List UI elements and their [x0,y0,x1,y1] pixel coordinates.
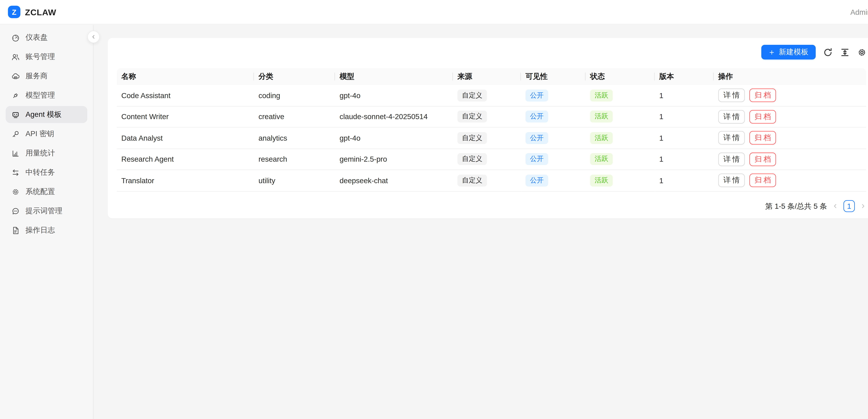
sidebar-item-label: 仪表盘 [26,32,48,42]
gear-icon [11,187,20,196]
status-tag: 活跃 [590,89,613,101]
cell-version: 1 [655,170,714,191]
visibility-tag: 公开 [526,153,548,165]
table-row: Code Assistant coding gpt-4o 自定义 公开 [117,85,866,106]
cell-source: 自定义 [453,170,521,191]
row-actions: 详情 归档 [718,131,862,145]
toolbar-icon-button[interactable] [857,48,867,57]
archive-button[interactable]: 归档 [749,131,776,145]
source-tag: 自定义 [458,132,487,144]
archive-button[interactable]: 归档 [749,152,776,166]
pagination: 第 1-5 条/总共 5 条 1 [765,200,866,212]
cell-version: 1 [655,106,714,127]
sidebar-item[interactable]: 账号管理 [6,48,87,65]
cell-actions: 详情 归档 [714,149,866,170]
table-row: Content Writer creative claude-sonnet-4-… [117,106,866,127]
column-header: 版本 [655,68,714,85]
plug-icon [11,91,20,99]
cell-model: claude-sonnet-4-20250514 [335,106,453,127]
sidebar-item[interactable]: API 密钥 [6,125,87,142]
cell-category: research [254,149,335,170]
cell-status: 活跃 [586,128,655,149]
pagination-summary: 第 1-5 条/总共 5 条 [765,201,827,211]
archive-button[interactable]: 归档 [749,110,776,123]
cell-model: gpt-4o [335,85,453,106]
detail-button[interactable]: 详情 [718,174,745,187]
sidebar-item[interactable]: 用量统计 [6,145,87,162]
new-template-button[interactable]: 新建模板 [761,45,815,60]
cell-model: gemini-2.5-pro [335,149,453,170]
cell-actions: 详情 归档 [714,128,866,149]
cell-visibility: 公开 [521,106,586,127]
cell-actions: 详情 归档 [714,85,866,106]
next-page-button[interactable] [860,203,866,209]
column-header: 名称 [117,68,254,85]
file-icon [11,226,20,234]
status-tag: 活跃 [590,175,613,186]
sidebar-item[interactable]: 模型管理 [6,87,87,104]
column-header: 来源 [453,68,521,85]
sidebar-item[interactable]: 服务商 [6,67,87,85]
swap-icon [11,168,20,177]
archive-button[interactable]: 归档 [749,174,776,187]
cell-source: 自定义 [453,149,521,170]
cell-name: Research Agent [117,149,254,170]
cell-version: 1 [655,128,714,149]
sidebar-item[interactable]: 操作日志 [6,222,87,239]
key-icon [11,129,20,138]
detail-button[interactable]: 详情 [718,131,745,145]
visibility-tag: 公开 [526,89,548,101]
sidebar-item[interactable]: 中转任务 [6,164,87,181]
cell-status: 活跃 [586,170,655,191]
sidebar-item[interactable]: 提示词管理 [6,203,87,219]
column-header: 模型 [335,68,453,85]
column-height-icon [840,48,850,57]
detail-button[interactable]: 详情 [718,89,745,102]
sidebar-item-label: 用量统计 [26,148,55,158]
source-tag: 自定义 [458,153,487,165]
column-header: 状态 [586,68,655,85]
cell-status: 活跃 [586,106,655,127]
sidebar-item-label: 系统配置 [26,186,55,197]
bar-chart-icon [11,149,20,157]
cell-name: Content Writer [117,106,254,127]
cell-actions: 详情 归档 [714,170,866,191]
new-template-label: 新建模板 [779,47,808,57]
cell-category: utility [254,170,335,191]
cell-source: 自定义 [453,106,521,127]
row-actions: 详情 归档 [718,110,862,123]
table-header-row: 名称 分类 模型 来源 可见性 状态 [117,68,866,85]
app-root: Z ZCLAW Admin 仪表盘 账号管理 服务商 模型管理 [0,0,868,419]
sidebar-item-label: 操作日志 [26,225,55,235]
table-row: Research Agent research gemini-2.5-pro 自… [117,149,866,170]
cell-visibility: 公开 [521,149,586,170]
page-number-button[interactable]: 1 [843,200,855,212]
toolbar-icon-button[interactable] [840,48,850,57]
chat-icon [11,207,20,215]
detail-button[interactable]: 详情 [718,110,745,123]
sidebar-item[interactable]: Agent 模板 [6,106,87,123]
cell-model: deepseek-chat [335,170,453,191]
settings-icon [857,48,867,57]
app-title: ZCLAW [25,7,56,17]
dashboard-icon [11,33,20,42]
status-tag: 活跃 [590,132,613,144]
cell-status: 活跃 [586,149,655,170]
cell-category: coding [254,85,335,106]
app-logo: Z [8,6,21,18]
cell-version: 1 [655,149,714,170]
user-menu[interactable]: Admin [850,8,868,16]
sidebar-collapse-button[interactable] [87,31,100,43]
sidebar-item[interactable]: 仪表盘 [6,29,87,46]
row-actions: 详情 归档 [718,89,862,102]
detail-button[interactable]: 详情 [718,152,745,166]
cell-status: 活跃 [586,85,655,106]
table-toolbar: 新建模板 [761,45,867,60]
cell-version: 1 [655,85,714,106]
prev-page-button[interactable] [832,203,838,209]
sidebar-item-label: 模型管理 [26,90,55,100]
column-header: 分类 [254,68,335,85]
archive-button[interactable]: 归档 [749,89,776,102]
toolbar-icon-button[interactable] [823,48,833,57]
sidebar-item[interactable]: 系统配置 [6,183,87,200]
